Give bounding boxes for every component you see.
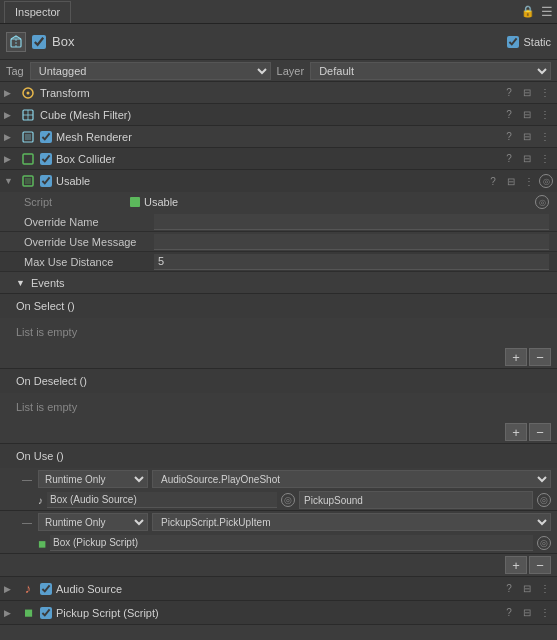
- audio-source-checkbox[interactable]: [40, 583, 52, 595]
- on-use-entry-2-obj-row: ◼ ◎: [0, 533, 557, 553]
- box-collider-help[interactable]: ?: [501, 151, 517, 167]
- on-deselect-remove-btn[interactable]: −: [529, 423, 551, 441]
- entry-2-runtime-select[interactable]: Runtime Only: [38, 513, 148, 531]
- pickup-script-menu[interactable]: ⋮: [537, 605, 553, 621]
- script-row: Script Usable ◎: [0, 192, 557, 212]
- mesh-filter-actions: ? ⊟ ⋮: [501, 107, 553, 123]
- script-value-text: Usable: [144, 196, 178, 208]
- inspector-tab[interactable]: Inspector: [4, 1, 71, 23]
- static-checkbox[interactable]: [507, 36, 519, 48]
- on-select-empty: List is empty: [0, 318, 557, 346]
- entry-2-script-icon: ◼: [38, 538, 46, 549]
- on-use-label: On Use (): [16, 450, 64, 462]
- override-use-msg-input[interactable]: [154, 234, 549, 250]
- component-mesh-filter: ▶ Cube (Mesh Filter) ? ⊟ ⋮: [0, 104, 557, 126]
- pickup-script-checkbox[interactable]: [40, 607, 52, 619]
- usable-settings[interactable]: ⊟: [503, 173, 519, 189]
- usable-menu[interactable]: ⋮: [521, 173, 537, 189]
- mesh-renderer-actions: ? ⊟ ⋮: [501, 129, 553, 145]
- component-pickup-script: ▶ ◼ Pickup Script (Script) ? ⊟ ⋮: [0, 601, 557, 625]
- object-header: Box Static: [0, 24, 557, 60]
- mesh-renderer-settings[interactable]: ⊟: [519, 129, 535, 145]
- mesh-filter-settings[interactable]: ⊟: [519, 107, 535, 123]
- mesh-filter-icon: [20, 107, 36, 123]
- override-name-input[interactable]: [154, 214, 549, 230]
- box-collider-actions: ? ⊟ ⋮: [501, 151, 553, 167]
- entry-1-dash: —: [22, 474, 32, 485]
- usable-arrow[interactable]: ▼: [4, 176, 16, 186]
- component-transform: ▶ Transform ? ⊟ ⋮: [0, 82, 557, 104]
- events-arrow[interactable]: ▼: [16, 278, 25, 288]
- box-collider-arrow[interactable]: ▶: [4, 154, 16, 164]
- mesh-filter-help[interactable]: ?: [501, 107, 517, 123]
- pickup-script-settings[interactable]: ⊟: [519, 605, 535, 621]
- audio-source-help[interactable]: ?: [501, 581, 517, 597]
- component-mesh-renderer: ▶ Mesh Renderer ? ⊟ ⋮: [0, 126, 557, 148]
- on-select-remove-btn[interactable]: −: [529, 348, 551, 366]
- pickup-script-arrow[interactable]: ▶: [4, 608, 16, 618]
- box-collider-menu[interactable]: ⋮: [537, 151, 553, 167]
- object-active-checkbox[interactable]: [32, 35, 46, 49]
- component-audio-source: ▶ ♪ Audio Source ? ⊟ ⋮: [0, 577, 557, 601]
- tag-label: Tag: [6, 65, 24, 77]
- entry-2-function-select[interactable]: PickupScript.PickUpItem: [152, 513, 551, 531]
- on-deselect-empty: List is empty: [0, 393, 557, 421]
- mesh-renderer-checkbox[interactable]: [40, 131, 52, 143]
- audio-source-arrow[interactable]: ▶: [4, 584, 16, 594]
- entry-1-value-circle-btn[interactable]: ◎: [537, 493, 551, 507]
- entry-1-function-select[interactable]: AudioSource.PlayOneShot: [152, 470, 551, 488]
- transform-label: Transform: [40, 87, 497, 99]
- override-use-msg-row: Override Use Message: [0, 232, 557, 252]
- box-collider-settings[interactable]: ⊟: [519, 151, 535, 167]
- audio-source-settings[interactable]: ⊟: [519, 581, 535, 597]
- pickup-script-actions: ? ⊟ ⋮: [501, 605, 553, 621]
- transform-arrow[interactable]: ▶: [4, 88, 16, 98]
- pickup-script-help[interactable]: ?: [501, 605, 517, 621]
- usable-help[interactable]: ?: [485, 173, 501, 189]
- max-use-distance-row: Max Use Distance 5: [0, 252, 557, 272]
- usable-circle[interactable]: ◎: [539, 174, 553, 188]
- transform-menu[interactable]: ⋮: [537, 85, 553, 101]
- transform-help[interactable]: ?: [501, 85, 517, 101]
- events-header: ▼ Events: [0, 272, 557, 294]
- pickup-script-icon: ◼: [20, 605, 36, 621]
- transform-actions: ? ⊟ ⋮: [501, 85, 553, 101]
- entry-1-obj-field[interactable]: [47, 492, 277, 508]
- mesh-filter-arrow[interactable]: ▶: [4, 110, 16, 120]
- audio-source-menu[interactable]: ⋮: [537, 581, 553, 597]
- mesh-renderer-help[interactable]: ?: [501, 129, 517, 145]
- entry-1-value-field[interactable]: [299, 491, 533, 509]
- on-select-add-btn[interactable]: +: [505, 348, 527, 366]
- on-select-header: On Select (): [0, 294, 557, 318]
- script-value-container: Usable: [130, 196, 178, 208]
- on-deselect-label: On Deselect (): [16, 375, 87, 387]
- mesh-filter-menu[interactable]: ⋮: [537, 107, 553, 123]
- mesh-renderer-menu[interactable]: ⋮: [537, 129, 553, 145]
- mesh-renderer-arrow[interactable]: ▶: [4, 132, 16, 142]
- on-deselect-add-btn[interactable]: +: [505, 423, 527, 441]
- layer-select[interactable]: Default: [310, 62, 551, 80]
- on-use-remove-btn[interactable]: −: [529, 556, 551, 574]
- entry-1-runtime-select[interactable]: Runtime Only: [38, 470, 148, 488]
- tag-select[interactable]: Untagged: [30, 62, 271, 80]
- transform-settings[interactable]: ⊟: [519, 85, 535, 101]
- usable-checkbox[interactable]: [40, 175, 52, 187]
- max-use-distance-input[interactable]: 5: [154, 254, 549, 270]
- entry-1-circle-btn[interactable]: ◎: [281, 493, 295, 507]
- inspector-content: Box Static Tag Untagged Layer Default ▶ …: [0, 24, 557, 640]
- static-label: Static: [523, 36, 551, 48]
- entry-2-circle-btn[interactable]: ◎: [537, 536, 551, 550]
- on-use-entry-2: — Runtime Only PickupScript.PickUpItem ◼…: [0, 511, 557, 554]
- mesh-renderer-label: Mesh Renderer: [56, 131, 497, 143]
- entry-2-obj-field[interactable]: [50, 535, 533, 551]
- on-deselect-empty-text: List is empty: [16, 401, 77, 413]
- object-name-input[interactable]: Box: [52, 34, 501, 49]
- lock-icon[interactable]: 🔒: [521, 5, 535, 18]
- on-use-entry-1: — Runtime Only AudioSource.PlayOneShot ♪…: [0, 468, 557, 511]
- on-use-add-btn[interactable]: +: [505, 556, 527, 574]
- on-use-entry-1-runtime-row: — Runtime Only AudioSource.PlayOneShot: [0, 468, 557, 490]
- box-collider-checkbox[interactable]: [40, 153, 52, 165]
- menu-icon[interactable]: ☰: [541, 4, 553, 19]
- pickup-script-label: Pickup Script (Script): [56, 607, 497, 619]
- script-circle-btn[interactable]: ◎: [535, 195, 549, 209]
